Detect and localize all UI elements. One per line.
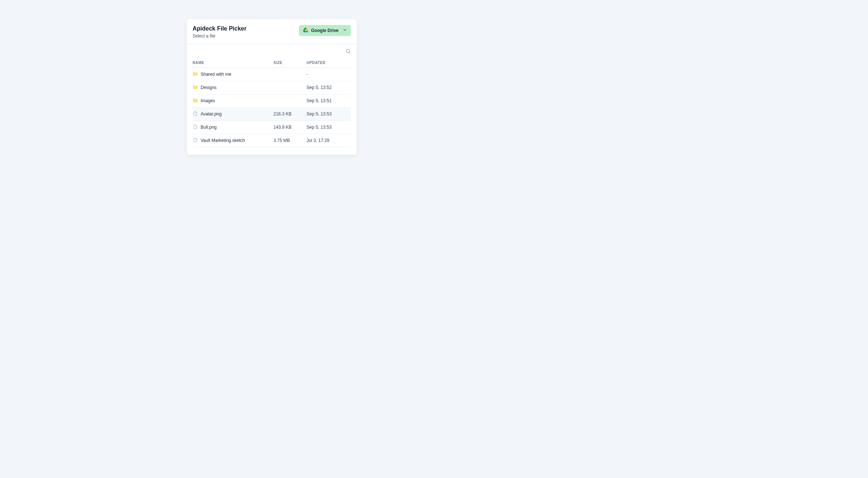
file-name: Designs — [201, 85, 217, 90]
table-row[interactable]: ImagesSep 5, 13:51 — [193, 94, 351, 108]
folder-icon — [193, 98, 198, 104]
file-updated: Sep 5, 13:53 — [307, 125, 351, 130]
modal-header: Apideck File Picker Select a file Google… — [187, 19, 357, 44]
file-size: 3.75 MB — [274, 138, 307, 143]
file-updated: Sep 5, 13:52 — [307, 85, 351, 90]
col-name: NAME — [193, 61, 274, 65]
file-icon — [193, 124, 198, 131]
col-size: SIZE — [274, 61, 307, 65]
folder-icon — [193, 85, 198, 91]
name-cell: Vault Marketing.sketch — [193, 138, 274, 144]
file-name: Avatar.png — [201, 111, 222, 117]
file-picker-modal: Apideck File Picker Select a file Google… — [187, 19, 357, 155]
file-updated: Sep 5, 13:51 — [307, 98, 351, 103]
google-drive-icon — [303, 28, 308, 33]
name-cell: Designs — [193, 85, 274, 91]
name-cell: Bull.png — [193, 124, 274, 131]
table-row[interactable]: Shared with me- — [193, 68, 351, 81]
svg-line-1 — [349, 52, 350, 53]
file-name: Bull.png — [201, 125, 217, 130]
table-row[interactable]: Bull.png143.9 KBSep 5, 13:53 — [193, 121, 351, 134]
file-name: Images — [201, 98, 215, 103]
table-row[interactable]: Vault Marketing.sketch3.75 MBJul 3, 17:2… — [193, 134, 351, 147]
file-size: 143.9 KB — [274, 125, 307, 130]
file-icon — [193, 111, 198, 117]
search-icon[interactable] — [345, 49, 351, 56]
file-icon — [193, 138, 198, 144]
file-updated: - — [307, 72, 351, 77]
provider-label: Google Drive — [311, 28, 339, 33]
chevron-down-icon — [343, 28, 347, 33]
file-updated: Sep 5, 13:53 — [307, 111, 351, 117]
toolbar — [187, 44, 357, 58]
file-updated: Jul 3, 17:29 — [307, 138, 351, 143]
col-updated: UPDATED — [307, 61, 351, 65]
name-cell: Images — [193, 98, 274, 104]
table-row[interactable]: DesignsSep 5, 13:52 — [193, 81, 351, 94]
provider-select-button[interactable]: Google Drive — [299, 25, 351, 36]
table-row[interactable]: Avatar.png216.3 KBSep 5, 13:53 — [193, 108, 351, 121]
file-table: NAME SIZE UPDATED Shared with me-Designs… — [193, 58, 351, 147]
modal-subtitle: Select a file — [193, 33, 247, 39]
file-name: Shared with me — [201, 72, 231, 77]
file-name: Vault Marketing.sketch — [201, 138, 245, 143]
name-cell: Shared with me — [193, 71, 274, 78]
file-size: 216.3 KB — [274, 111, 307, 117]
table-header: NAME SIZE UPDATED — [193, 58, 351, 68]
modal-title: Apideck File Picker — [193, 25, 247, 33]
folder-icon — [193, 71, 198, 78]
header-titles: Apideck File Picker Select a file — [193, 25, 247, 39]
table-body: Shared with me-DesignsSep 5, 13:52Images… — [193, 68, 351, 147]
name-cell: Avatar.png — [193, 111, 274, 117]
